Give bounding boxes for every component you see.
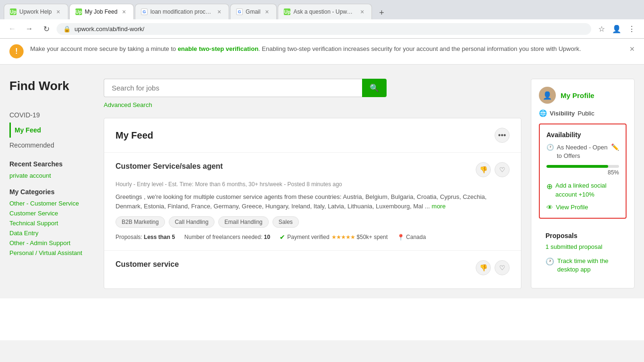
reload-button[interactable]: ↻ [40,22,53,35]
url-bar[interactable]: 🔒 upwork.com/ab/find-work/ [57,23,591,35]
tab-close-2[interactable]: × [120,8,128,16]
job-card-2: Customer service 👎 ♡ [104,251,521,288]
job-more-link-1[interactable]: more [432,203,446,210]
view-profile-link[interactable]: View Profile [556,204,588,211]
forward-button[interactable]: → [23,22,36,35]
google-favicon-1: G [141,8,148,15]
job-desc-text-1: Greetings , we're looking for multiple c… [116,193,487,210]
upwork-favicon-1: Up [10,8,17,15]
tab-upwork-help[interactable]: Up Upwork Help × [4,4,68,19]
sidebar-item-my-feed[interactable]: My Feed [9,123,104,138]
categories-title: My Categories [9,188,104,196]
feed-title: My Feed [116,130,153,141]
recent-search-link[interactable]: private account [9,171,104,181]
category-other-customer-service[interactable]: Other - Customer Service [9,198,104,208]
proposals-title: Proposals [545,232,620,239]
menu-button[interactable]: ⋮ [625,22,638,35]
dislike-button-2[interactable]: 👎 [476,260,491,275]
submitted-proposals-link[interactable]: 1 submitted proposal [545,243,620,250]
progress-bar-bg [546,165,619,168]
feed-header: My Feed ••• [104,118,521,153]
track-time-link[interactable]: Track time with the desktop app [557,257,620,274]
payment-verified-text-1: Payment verified [287,234,329,240]
tab-label-5: Ask a question - Upwork Comm... [293,8,355,15]
stars-1: ★★★★★ [331,234,355,240]
add-social-link[interactable]: Add a linked social account +10% [555,181,619,198]
job-description-1: Greetings , we're looking for multiple c… [116,192,510,211]
visibility-value: Public [578,110,594,117]
save-job-button-1[interactable]: ♡ [495,162,510,177]
search-button[interactable]: 🔍 [362,79,387,97]
notification-close-button[interactable]: × [629,44,635,54]
tab-ask-question[interactable]: Up Ask a question - Upwork Comm... × [278,4,372,19]
progress-row: 85% [546,165,619,176]
advanced-search-link[interactable]: Advanced Search [104,101,152,108]
bookmark-button[interactable]: ☆ [595,22,608,35]
tab-close-1[interactable]: × [55,8,62,16]
eye-icon: 👁 [546,204,553,211]
feed-options-button[interactable]: ••• [495,128,510,143]
tab-close-3[interactable]: × [215,8,223,16]
notification-text: Make your account more secure by taking … [30,44,623,54]
freelancers-value-1: 10 [264,234,270,240]
notification-banner: ! Make your account more secure by takin… [0,39,644,65]
tab-loan-mod[interactable]: G loan modification processor - G × [135,4,229,19]
notif-text-before: Make your account more secure by taking … [30,45,178,52]
job-title-2[interactable]: Customer service [116,260,179,269]
progress-label: 85% [546,169,619,176]
progress-bar-fill [546,165,608,168]
view-profile-row: 👁 View Profile [546,204,619,211]
plus-circle-icon: ⊕ [546,182,553,191]
new-tab-button[interactable]: + [375,6,388,19]
visibility-row: 🌐 Visibility Public [539,109,627,117]
url-text: upwork.com/ab/find-work/ [74,25,585,33]
job-title-1[interactable]: Customer Service/sales agent [116,162,223,171]
profile-name-link[interactable]: My Profile [561,91,594,99]
proposals-section: Proposals 1 submitted proposal 🕐 Track t… [539,225,627,280]
tab-close-5[interactable]: × [358,8,366,16]
tab-label-1: Upwork Help [19,8,52,15]
lock-icon: 🔒 [63,25,71,33]
clock-icon: 🕐 [546,144,554,151]
tab-gmail[interactable]: G Gmail × [230,4,277,19]
visibility-label: Visibility [550,110,575,117]
sidebar-item-covid[interactable]: COVID-19 [9,107,104,123]
back-button[interactable]: ← [6,22,19,35]
category-other-admin-support[interactable]: Other - Admin Support [9,238,104,248]
address-actions: ☆ 👤 ⋮ [595,22,638,35]
tab-close-4[interactable]: × [263,8,271,16]
account-button[interactable]: 👤 [610,22,623,35]
edit-availability-icon[interactable]: ✏️ [611,143,619,151]
left-panel: Find Work COVID-19 My Feed Recommended R… [9,79,104,289]
avatar: 👤 [539,87,556,104]
availability-section: Availability 🕐 As Needed - Open to Offer… [539,123,627,219]
google-favicon-2: G [236,8,243,15]
category-data-entry[interactable]: Data Entry [9,228,104,238]
main-layout: Find Work COVID-19 My Feed Recommended R… [0,65,644,298]
tag-b2b-marketing[interactable]: B2B Marketing [116,216,165,228]
job-card-1-header: Customer Service/sales agent 👎 ♡ [116,162,510,177]
category-personal-virtual-assistant[interactable]: Personal / Virtual Assistant [9,248,104,258]
two-step-link[interactable]: enable two-step verification [178,45,258,52]
availability-status-row: 🕐 As Needed - Open to Offers ✏️ [546,143,619,160]
track-time-row: 🕐 Track time with the desktop app [545,257,620,274]
location-1: 📍 Canada [397,234,426,241]
my-categories: My Categories Other - Customer Service C… [9,188,104,258]
dislike-button-1[interactable]: 👎 [476,162,491,177]
upwork-favicon-2: Up [75,8,82,15]
tab-my-job-feed[interactable]: Up My Job Feed × [69,4,134,19]
tag-email-handling[interactable]: Email Handling [218,216,269,228]
sidebar: COVID-19 My Feed Recommended Recent Sear… [9,107,104,258]
location-pin-1: 📍 [397,234,405,241]
proposals-label-1: Proposals: [116,234,142,240]
search-input[interactable] [104,79,362,97]
job-actions-1: 👎 ♡ [476,162,510,177]
sidebar-item-recommended[interactable]: Recommended [9,138,104,153]
save-job-button-2[interactable]: ♡ [495,260,510,275]
category-technical-support[interactable]: Technical Support [9,218,104,228]
tag-call-handling[interactable]: Call Handling [169,216,215,228]
job-card-2-header: Customer service 👎 ♡ [116,260,510,275]
browser-chrome: Up Upwork Help × Up My Job Feed × G loan… [0,0,644,39]
tag-sales[interactable]: Sales [272,216,299,228]
category-customer-service[interactable]: Customer Service [9,208,104,218]
